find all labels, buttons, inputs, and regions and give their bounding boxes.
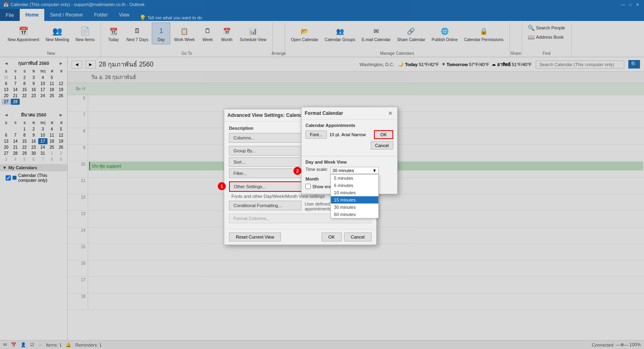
- format-dialog-close-button[interactable]: ✕: [387, 110, 394, 117]
- format-dialog-title: Format Calendar: [305, 110, 343, 116]
- annotation-1: 1: [218, 182, 226, 190]
- annotation-2: 2: [293, 167, 301, 175]
- reset-button[interactable]: Reset Current View: [229, 233, 281, 241]
- format-dialog-title-bar: Format Calendar ✕: [301, 107, 397, 120]
- time-scale-value: 30 minutes: [332, 168, 372, 173]
- advanced-dialog-title: Advanced View Settings: Calendar: [227, 112, 307, 118]
- day-week-view-section-title: Day and Week View: [305, 160, 393, 164]
- time-scale-dropdown: 5 minutes 6 minutes 10 minutes 15 minute…: [330, 174, 379, 218]
- time-scale-select[interactable]: 30 minutes ▼: [330, 167, 379, 174]
- conditional-formatting-button[interactable]: Conditional Formatting...: [229, 201, 301, 210]
- time-scale-label: Time scale:: [305, 167, 328, 172]
- dialog-overlay: Advanced View Settings: Calendar ✕ Descr…: [0, 0, 644, 349]
- show-end-label: Show end: [312, 184, 332, 189]
- dropdown-arrow-icon: ▼: [372, 168, 377, 173]
- ok-button[interactable]: OK: [374, 130, 393, 139]
- option-6min[interactable]: 6 minutes: [331, 182, 378, 189]
- format-calendar-dialog: Format Calendar ✕ Calendar Appointments …: [301, 107, 398, 194]
- option-15min[interactable]: 15 minutes: [331, 196, 378, 204]
- fonts-desc-label: Fonts and other Day/Week/Month View sett…: [231, 194, 325, 199]
- advanced-ok-button[interactable]: OK: [322, 233, 342, 241]
- font-button[interactable]: Font...: [305, 131, 327, 139]
- advanced-cancel-button[interactable]: Cancel: [344, 233, 372, 241]
- appointments-section-title: Calendar Appointments: [305, 123, 393, 128]
- option-5min[interactable]: 5 minutes: [331, 174, 378, 182]
- option-60min[interactable]: 60 minutes: [331, 211, 378, 218]
- font-row: Font... 10 pt. Arial Narrow OK: [305, 130, 393, 139]
- cancel-button[interactable]: Cancel: [371, 141, 393, 150]
- show-end-checkbox[interactable]: [305, 184, 311, 189]
- option-10min[interactable]: 10 minutes: [331, 189, 378, 196]
- font-value-label: 10 pt. Arial Narrow: [329, 132, 365, 137]
- option-30min[interactable]: 30 minutes: [331, 204, 378, 211]
